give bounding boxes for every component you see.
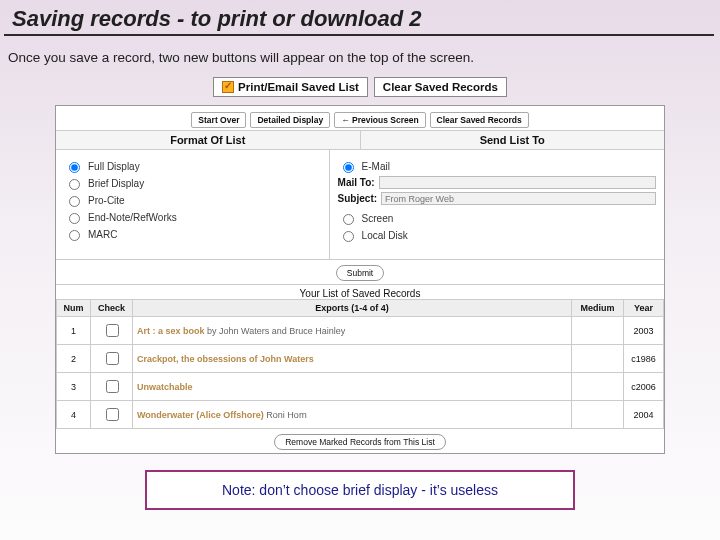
row-year: c2006 <box>624 373 664 401</box>
row-year: c1986 <box>624 345 664 373</box>
send-header: Send List To <box>361 131 665 150</box>
subject-input[interactable] <box>381 192 656 205</box>
table-row: 1 Art : a sex book by John Waters and Br… <box>57 317 664 345</box>
two-col-header: Format Of List Send List To <box>56 130 664 150</box>
col-year: Year <box>624 300 664 317</box>
row-check[interactable] <box>106 352 119 365</box>
record-byline: by John Waters and Bruce Hainley <box>205 326 346 336</box>
two-col-body: Full Display Brief Display Pro-Cite End-… <box>56 150 664 260</box>
send-email-label: E-Mail <box>362 161 390 172</box>
page-title: Saving records - to print or download 2 <box>4 0 714 36</box>
records-table: Num Check Exports (1-4 of 4) Medium Year… <box>56 299 664 429</box>
send-screen-radio[interactable] <box>343 214 354 225</box>
detailed-display-button[interactable]: Detailed Display <box>250 112 330 128</box>
format-header: Format Of List <box>56 131 361 150</box>
col-num: Num <box>57 300 91 317</box>
format-marc-radio[interactable] <box>69 230 80 241</box>
col-check: Check <box>91 300 133 317</box>
record-byline: Roni Horn <box>264 410 307 420</box>
mail-to-label: Mail To: <box>338 177 375 188</box>
saved-records-title: Your List of Saved Records <box>56 285 664 299</box>
row-year: 2003 <box>624 317 664 345</box>
format-endnote-label: End-Note/RefWorks <box>88 212 177 223</box>
format-full-label: Full Display <box>88 161 140 172</box>
send-screen-label: Screen <box>362 213 394 224</box>
clear-saved-label: Clear Saved Records <box>383 81 498 93</box>
row-num: 1 <box>57 317 91 345</box>
format-procite-label: Pro-Cite <box>88 195 125 206</box>
col-medium: Medium <box>572 300 624 317</box>
format-endnote-radio[interactable] <box>69 213 80 224</box>
check-icon <box>222 81 234 93</box>
remove-marked-button[interactable]: Remove Marked Records from This List <box>274 434 446 450</box>
row-check[interactable] <box>106 324 119 337</box>
row-num: 2 <box>57 345 91 373</box>
format-column: Full Display Brief Display Pro-Cite End-… <box>56 150 330 259</box>
previous-screen-button[interactable]: ← Previous Screen <box>334 112 425 128</box>
row-check[interactable] <box>106 408 119 421</box>
format-procite-radio[interactable] <box>69 196 80 207</box>
start-over-button[interactable]: Start Over <box>191 112 246 128</box>
row-year: 2004 <box>624 401 664 429</box>
submit-row: Submit <box>56 260 664 284</box>
mail-to-input[interactable] <box>379 176 656 189</box>
format-marc-label: MARC <box>88 229 117 240</box>
subject-label: Subject: <box>338 193 377 204</box>
note-box: Note: don’t choose brief display - it’s … <box>145 470 575 510</box>
row-num: 4 <box>57 401 91 429</box>
format-full-radio[interactable] <box>69 162 80 173</box>
clear-saved-button[interactable]: Clear Saved Records <box>374 77 507 97</box>
print-email-label: Print/Email Saved List <box>238 81 359 93</box>
format-brief-label: Brief Display <box>88 178 144 189</box>
row-medium <box>572 401 624 429</box>
record-link[interactable]: Unwatchable <box>137 382 193 392</box>
format-brief-radio[interactable] <box>69 179 80 190</box>
send-email-radio[interactable] <box>343 162 354 173</box>
top-button-row: Print/Email Saved List Clear Saved Recor… <box>0 77 720 97</box>
mini-toolbar: Start Over Detailed Display ← Previous S… <box>56 106 664 130</box>
submit-button[interactable]: Submit <box>336 265 384 281</box>
record-link[interactable]: Crackpot, the obsessions of John Waters <box>137 354 314 364</box>
row-medium <box>572 345 624 373</box>
table-row: 3 Unwatchable c2006 <box>57 373 664 401</box>
table-row: 2 Crackpot, the obsessions of John Water… <box>57 345 664 373</box>
row-num: 3 <box>57 373 91 401</box>
row-medium <box>572 317 624 345</box>
record-link[interactable]: Art : a sex book <box>137 326 205 336</box>
main-panel: Start Over Detailed Display ← Previous S… <box>55 105 665 454</box>
row-check[interactable] <box>106 380 119 393</box>
col-exports: Exports (1-4 of 4) <box>133 300 572 317</box>
table-row: 4 Wonderwater (Alice Offshore) Roni Horn… <box>57 401 664 429</box>
print-email-button[interactable]: Print/Email Saved List <box>213 77 368 97</box>
send-local-label: Local Disk <box>362 230 408 241</box>
record-link[interactable]: Wonderwater (Alice Offshore) <box>137 410 264 420</box>
clear-saved-mini-button[interactable]: Clear Saved Records <box>430 112 529 128</box>
send-column: E-Mail Mail To: Subject: Screen Local Di… <box>330 150 664 259</box>
send-local-radio[interactable] <box>343 231 354 242</box>
row-medium <box>572 373 624 401</box>
intro-text: Once you save a record, two new buttons … <box>0 36 720 73</box>
remove-row: Remove Marked Records from This List <box>56 429 664 453</box>
